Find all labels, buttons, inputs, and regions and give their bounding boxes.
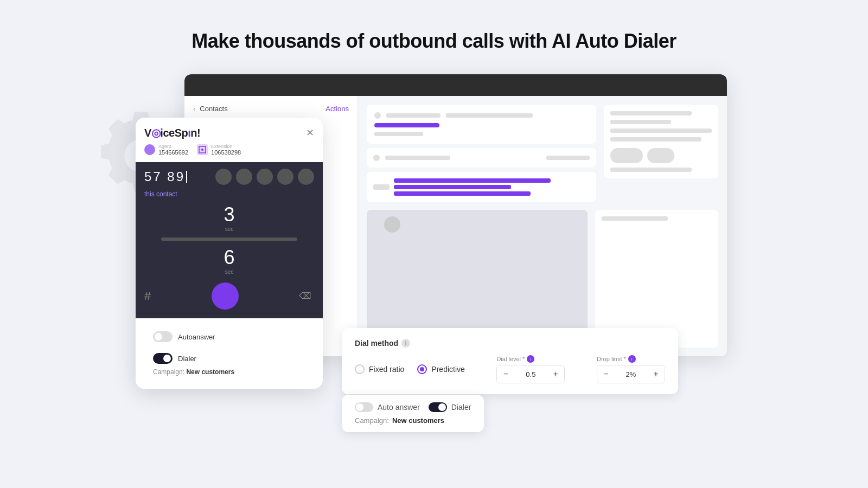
rp-section-2 [367,148,596,168]
browser-titlebar [184,74,727,96]
call-dot-1[interactable] [215,169,232,185]
sk-dot-1 [374,112,381,119]
predictive-radio-inner-dial [420,367,424,371]
dial-level-info-icon[interactable]: i [527,355,534,363]
phone-digits: 57 89 [144,169,185,184]
dial-options-row: Fixed ratio Predictive Dial level * i − … [355,355,665,383]
dial-method-info-icon[interactable]: i [401,339,410,348]
extension-label: Extension [211,144,241,149]
agent-info-row: Agent 154665692 Extension 106538298 [136,144,323,162]
sk-r4 [610,137,702,142]
pb-4 [394,191,531,196]
agent-value: 154665692 [158,149,188,156]
dial-level-text: Dial level * [496,356,525,362]
campaign-info: Campaign: New customers [144,368,314,382]
auto-answer-toggle[interactable] [355,402,373,412]
rp-section-3 [367,172,596,202]
sk-4 [385,156,450,160]
phone-header: V◎iceSpın! ✕ [136,118,323,144]
autoanswer-toggle[interactable] [153,331,173,342]
timer-bar [161,237,297,241]
dial-method-text: Dial method [355,339,398,348]
autoanswer-knob [155,333,162,341]
sk-b1 [373,221,380,228]
phone-number-display: 57 89 [144,169,187,184]
bottom-card-toggles: Auto answer Dialer [355,402,471,412]
this-contact-link[interactable]: this contact [144,190,314,198]
extension-info: Extension 106538298 [197,144,241,156]
bottom-campaign-label: Campaign: [355,416,389,425]
dial-level-minus[interactable]: − [497,365,514,383]
sk-6 [373,184,390,190]
voicespin-logo: V◎iceSpın! [144,126,200,139]
call-action-dots [215,169,314,185]
extension-icon [197,144,208,155]
predictive-radio-dial[interactable] [417,364,427,374]
dialer-toggle[interactable] [153,353,173,364]
agent-label: Agent [158,144,188,149]
rp-content-area [367,105,596,202]
drop-limit-plus[interactable]: + [647,365,665,383]
rp-row-2 [367,210,718,348]
sk-3 [374,132,423,136]
drop-limit-text: Drop limit * [597,356,626,362]
autoanswer-label: Autoanswer [178,333,215,341]
timer-6-label: sec [144,269,314,275]
toggles-section: Autoanswer Dialer Campaign: New customer… [136,318,323,389]
bottom-campaign-row: Campaign: New customers [355,416,471,425]
drop-limit-minus[interactable]: − [597,365,615,383]
bottom-campaign-value: New customers [392,416,444,425]
call-dot-5[interactable] [298,169,314,185]
sk-btn1 [610,148,643,163]
auto-answer-knob [356,403,363,411]
call-dot-4[interactable] [277,169,293,185]
call-dot-2[interactable] [236,169,252,185]
dialer-toggle-bottom[interactable] [429,402,447,412]
rp-section-r1 [604,105,718,178]
rp-row-1 [367,105,718,202]
sk-2 [446,113,533,118]
hash-symbol: # [144,289,151,303]
dialer-row: Dialer [144,346,314,368]
delete-button[interactable]: ⌫ [299,291,314,301]
breadcrumb: ‹ Contacts Actions [193,105,349,113]
actions-button[interactable]: Actions [326,105,349,113]
call-dot-3[interactable] [257,169,273,185]
timer-6: 6 sec [144,246,314,275]
drop-limit-label: Drop limit * i [597,355,665,363]
drop-limit-info-icon[interactable]: i [628,355,636,363]
dial-level-plus[interactable]: + [547,365,564,383]
fixed-ratio-label: Fixed ratio [369,365,404,374]
close-button[interactable]: ✕ [306,127,314,139]
sk-r3 [610,129,712,133]
page-title: Make thousands of outbound calls with AI… [192,30,676,53]
drop-limit-stepper: − 2% + [597,365,665,383]
drop-limit-control: Drop limit * i − 2% + [597,355,665,383]
dial-level-label: Dial level * i [496,355,565,363]
extension-info-text: Extension 106538298 [211,144,241,156]
end-call-button[interactable] [212,282,239,310]
dialer-knob-bottom [438,403,446,411]
sk-r2 [610,120,671,124]
predictive-option[interactable]: Predictive [417,364,464,374]
timer-3: 3 sec [144,203,314,232]
dial-level-control: Dial level * i − 0.5 + [496,355,565,383]
extension-value: 106538298 [211,149,241,156]
rp-right-area [604,105,718,202]
auto-answer-section: Auto answer [355,402,420,412]
breadcrumb-contacts[interactable]: Contacts [200,105,227,113]
rp-section-1 [367,105,596,144]
pb-3 [394,185,511,189]
timer-3-value: 3 [144,203,314,226]
main-container: ‹ Contacts Actions Gabriela North Owner [136,74,732,443]
bottom-card: Auto answer Dialer Campaign: New custome… [342,395,484,432]
drop-limit-value: 2% [615,370,647,378]
logo-i: ı [188,127,190,139]
fixed-ratio-radio[interactable] [355,364,365,374]
dialer-toggle-label: Dialer [178,355,196,363]
predictive-dial-label: Predictive [431,365,464,374]
sk-br1 [602,216,668,221]
dial-method-title: Dial method i [355,339,665,348]
fixed-ratio-option[interactable]: Fixed ratio [355,364,404,374]
campaign-name: New customers [186,368,234,376]
